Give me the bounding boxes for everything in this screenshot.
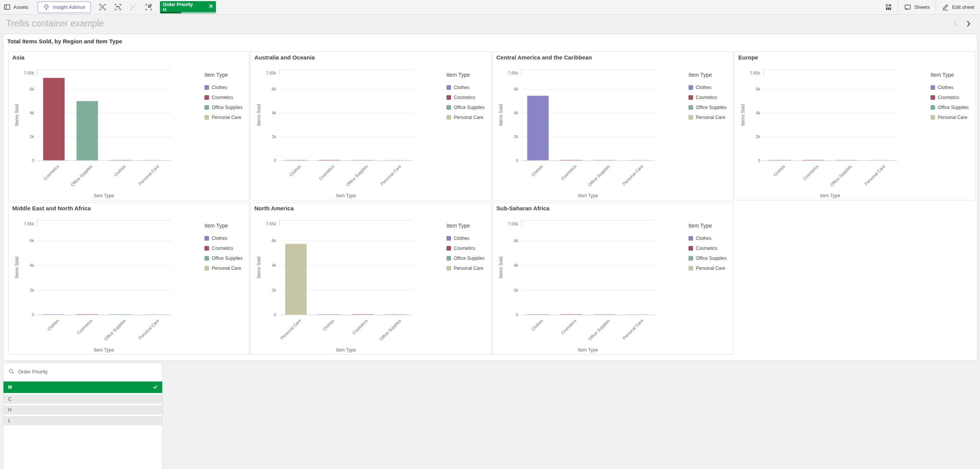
bar[interactable] <box>76 314 98 315</box>
region-chart-panel[interactable]: Central America and the Caribbean02k4k6k… <box>492 51 733 200</box>
close-icon[interactable] <box>208 3 214 9</box>
prev-sheet-button[interactable] <box>953 20 958 29</box>
filter-panel-order-priority[interactable]: Order Priority MCHL <box>3 363 163 469</box>
region-chart-panel[interactable]: Middle East and North Africa02k4k6k7.65k… <box>8 202 249 355</box>
bar[interactable] <box>352 160 374 161</box>
legend-item[interactable]: Cosmetics <box>688 243 731 253</box>
bar[interactable] <box>836 160 858 161</box>
bar[interactable] <box>43 78 65 160</box>
svg-text:7.65k: 7.65k <box>750 71 760 75</box>
bar[interactable] <box>385 160 407 161</box>
bar[interactable] <box>285 244 307 315</box>
bar[interactable] <box>143 160 165 161</box>
region-chart-panel[interactable]: Sub-Saharan Africa02k4k6k7.65kClothesCos… <box>492 202 733 355</box>
insight-advisor-button[interactable]: Insight Advisor <box>38 2 91 13</box>
legend-item[interactable]: Office Supplies <box>204 253 247 263</box>
legend-item[interactable]: Personal Care <box>204 112 247 122</box>
legend-item[interactable]: Personal Care <box>688 263 731 273</box>
legend-swatch <box>446 256 451 261</box>
bar[interactable] <box>769 160 791 161</box>
legend-item[interactable]: Office Supplies <box>931 102 973 112</box>
bar[interactable] <box>43 314 65 315</box>
bar[interactable] <box>560 160 582 161</box>
bar[interactable] <box>627 160 649 161</box>
bar[interactable] <box>110 314 132 315</box>
legend-swatch <box>446 115 451 120</box>
legend-swatch <box>446 246 451 251</box>
legend-item[interactable]: Office Supplies <box>204 102 247 112</box>
bar[interactable] <box>802 160 824 161</box>
assets-label: Assets <box>13 4 28 10</box>
legend-item[interactable]: Cosmetics <box>446 92 489 102</box>
legend-label: Cosmetics <box>938 95 959 100</box>
app-objects-button[interactable] <box>879 0 898 14</box>
legend-swatch <box>688 105 693 110</box>
region-chart-panel[interactable]: Asia02k4k6k7.65kCosmeticsOffice Supplies… <box>8 51 249 200</box>
legend-item[interactable]: Personal Care <box>204 263 247 273</box>
next-sheet-button[interactable] <box>966 20 971 29</box>
legend-item[interactable]: Clothes <box>204 83 247 92</box>
bar[interactable] <box>527 314 549 315</box>
svg-text:7.65k: 7.65k <box>266 221 276 226</box>
legend-item[interactable]: Clothes <box>688 83 731 92</box>
bar[interactable] <box>594 314 616 315</box>
region-chart-panel[interactable]: North America02k4k6k7.65kPersonal CareCl… <box>250 202 491 355</box>
bar[interactable] <box>527 96 549 160</box>
legend-label: Personal Care <box>212 266 241 271</box>
region-chart-panel[interactable]: Europe02k4k6k7.65kClothesCosmeticsOffice… <box>734 51 975 200</box>
legend-item[interactable]: Office Supplies <box>688 253 731 263</box>
assets-button[interactable]: Assets <box>0 2 32 13</box>
trellis-container[interactable]: Total Items Sold, by Region and Item Typ… <box>3 34 977 361</box>
selections-search-button[interactable] <box>96 2 109 13</box>
legend-swatch <box>688 236 693 241</box>
bar[interactable] <box>110 160 132 161</box>
bar[interactable] <box>285 160 307 161</box>
legend-item[interactable]: Cosmetics <box>204 243 247 253</box>
region-chart-panel[interactable]: Australia and Oceania02k4k6k7.65kClothes… <box>250 51 491 200</box>
filter-option-L[interactable]: L <box>3 416 162 425</box>
search-icon[interactable] <box>8 368 15 375</box>
svg-text:Cosmetics: Cosmetics <box>802 164 819 181</box>
legend-item[interactable]: Office Supplies <box>688 102 731 112</box>
svg-text:Cosmetics: Cosmetics <box>560 318 577 335</box>
selection-chip-order-priority[interactable]: Order Priority M <box>160 1 216 13</box>
legend-title: Item Type <box>931 72 973 78</box>
edit-sheet-button[interactable]: Edit sheet <box>936 0 980 14</box>
bar[interactable] <box>318 160 340 161</box>
legend-item[interactable]: Clothes <box>446 233 489 243</box>
legend-item[interactable]: Office Supplies <box>446 253 489 263</box>
legend-item[interactable]: Personal Care <box>931 112 973 122</box>
filter-option-H[interactable]: H <box>3 405 162 415</box>
step-forward-button[interactable] <box>127 2 140 13</box>
legend-item[interactable]: Cosmetics <box>204 92 247 102</box>
bar[interactable] <box>352 314 374 315</box>
filter-option-C[interactable]: C <box>3 395 162 404</box>
bar[interactable] <box>869 160 891 161</box>
legend-item[interactable]: Clothes <box>688 233 731 243</box>
bar[interactable] <box>627 314 649 315</box>
legend-item[interactable]: Cosmetics <box>688 92 731 102</box>
clear-selections-button[interactable] <box>142 2 155 13</box>
legend-item[interactable]: Clothes <box>931 83 973 92</box>
legend-item[interactable]: Clothes <box>446 83 489 92</box>
svg-text:Cosmetics: Cosmetics <box>76 318 93 335</box>
legend-item[interactable]: Personal Care <box>446 112 489 122</box>
legend-item[interactable]: Clothes <box>204 233 247 243</box>
bar[interactable] <box>594 160 616 161</box>
svg-text:7.65k: 7.65k <box>266 71 276 75</box>
bar[interactable] <box>385 314 407 315</box>
legend-item[interactable]: Personal Care <box>688 112 731 122</box>
step-back-button[interactable] <box>112 2 125 13</box>
legend-item[interactable]: Cosmetics <box>931 92 973 102</box>
bar[interactable] <box>560 314 582 315</box>
bar[interactable] <box>76 101 98 160</box>
sheets-label: Sheets <box>914 4 930 10</box>
next-sheet-icon <box>966 20 971 28</box>
legend-item[interactable]: Cosmetics <box>446 243 489 253</box>
bar[interactable] <box>143 314 165 315</box>
legend-item[interactable]: Office Supplies <box>446 102 489 112</box>
legend-item[interactable]: Personal Care <box>446 263 489 273</box>
bar[interactable] <box>318 314 340 315</box>
sheets-button[interactable]: Sheets <box>898 0 936 14</box>
filter-option-M[interactable]: M <box>3 381 162 393</box>
